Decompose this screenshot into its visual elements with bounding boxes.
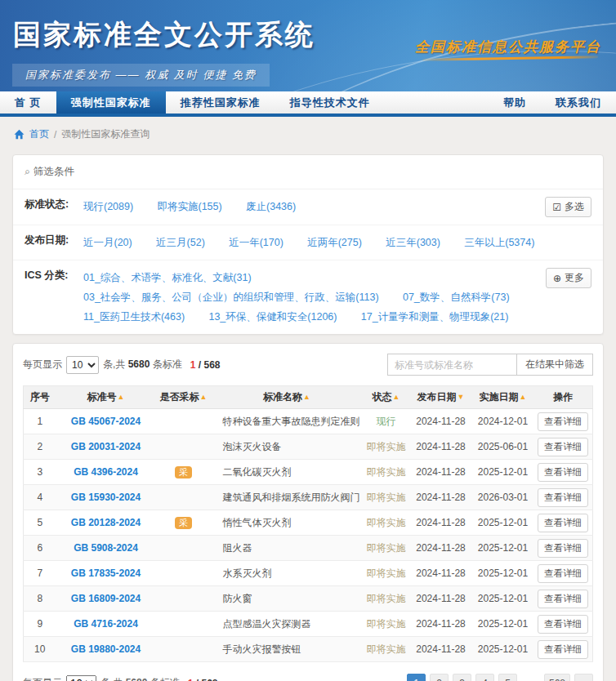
cell-adopted: 采 xyxy=(156,536,212,561)
cell-implement-date: 2025-06-01 xyxy=(472,434,534,460)
table-column-header[interactable]: 标准号▲ xyxy=(56,386,156,409)
page-button[interactable]: 3 xyxy=(453,674,471,681)
cell-status: 即将实施 xyxy=(363,612,410,637)
site-slogan: 国家标准委发布 —— 权威 及时 便捷 免费 xyxy=(12,64,270,87)
per-page-select[interactable]: 10 xyxy=(66,356,99,374)
table-row: 2 GB 20031-2024 采 泡沫灭火设备 即将实施 2024-11-28… xyxy=(24,434,593,460)
standard-code-link[interactable]: GB 4396-2024 xyxy=(74,466,138,478)
status-text: 即将实施 xyxy=(367,593,406,604)
standard-code-link[interactable]: GB 20128-2024 xyxy=(71,517,141,528)
table-column-header[interactable]: 操作 xyxy=(534,386,593,409)
cell-implement-date: 2024-12-01 xyxy=(472,409,534,434)
view-detail-button[interactable]: 查看详细 xyxy=(538,514,588,532)
page-button[interactable]: 5 xyxy=(498,674,517,681)
filter-option-link[interactable]: 即将实施(155) xyxy=(157,197,221,216)
nav-link[interactable]: 帮助 xyxy=(489,91,541,114)
standard-code-link[interactable]: GB 45067-2024 xyxy=(71,416,141,427)
search-input[interactable] xyxy=(387,354,516,376)
filter-option-link[interactable]: 17_计量学和测量、物理现象(21) xyxy=(361,307,509,327)
filter-option-link[interactable]: 01_综合、术语学、标准化、文献(31) xyxy=(83,268,252,287)
page-button[interactable]: 568 xyxy=(544,674,570,681)
page-button[interactable]: 2 xyxy=(430,674,449,681)
filter-option-link[interactable]: 13_环保、保健和安全(1206) xyxy=(208,307,337,327)
filter-panel-title: 筛选条件 xyxy=(33,166,74,177)
view-detail-button[interactable]: 查看详细 xyxy=(538,488,588,507)
standard-code-link[interactable]: GB 16809-2024 xyxy=(71,593,141,604)
view-detail-button[interactable]: 查看详细 xyxy=(538,463,588,482)
cell-standard-code: GB 19880-2024 xyxy=(56,637,156,662)
table-column-header[interactable]: 发布日期▼ xyxy=(410,386,472,409)
filter-option-link[interactable]: 近两年(275) xyxy=(307,233,362,252)
search-in-results-button[interactable]: 在结果中筛选 xyxy=(516,354,593,376)
cell-action: 查看详细 xyxy=(534,485,593,510)
standard-code-link[interactable]: GB 5908-2024 xyxy=(74,542,138,554)
adopted-badge: 采 xyxy=(175,517,192,529)
sort-arrow-icon[interactable]: ▼ xyxy=(458,393,465,401)
sort-arrow-icon[interactable]: ▲ xyxy=(303,393,310,401)
sort-arrow-icon[interactable]: ▲ xyxy=(393,393,400,401)
filter-option-link[interactable]: 近一月(20) xyxy=(83,233,132,252)
standard-code-link[interactable]: GB 20031-2024 xyxy=(71,441,141,452)
standard-code-link[interactable]: GB 19880-2024 xyxy=(71,643,141,655)
status-text: 即将实施 xyxy=(367,492,406,503)
standard-code-link[interactable]: GB 15930-2024 xyxy=(71,492,141,503)
nav-tab[interactable]: 强制性国家标准 xyxy=(56,91,166,114)
cell-implement-date: 2025-12-01 xyxy=(472,460,534,485)
view-detail-button[interactable]: 查看详细 xyxy=(538,412,588,431)
filter-action-button[interactable]: ⊕ 更多 xyxy=(546,268,591,288)
sort-arrow-icon[interactable]: ▲ xyxy=(520,393,527,401)
filter-option-link[interactable]: 近三月(52) xyxy=(156,233,205,252)
table-column-header[interactable]: 实施日期▲ xyxy=(472,386,534,409)
table-column-header[interactable]: 状态▲ xyxy=(363,386,410,409)
filter-option-link[interactable]: 近一年(170) xyxy=(229,233,283,252)
filter-option-link[interactable]: 11_医药卫生技术(463) xyxy=(83,307,185,327)
per-page-label: 每页显示 xyxy=(23,676,62,681)
cell-adopted: 采 xyxy=(156,460,212,485)
page-button[interactable]: 1 xyxy=(407,674,426,681)
filter-option-link[interactable]: 现行(2089) xyxy=(83,197,133,216)
view-detail-button[interactable]: 查看详细 xyxy=(538,615,588,634)
standard-code-link[interactable]: GB 17835-2024 xyxy=(71,568,141,579)
table-row: 8 GB 16809-2024 采 防火窗 即将实施 2024-11-28 20… xyxy=(24,586,593,612)
table-column-header[interactable]: 序号 xyxy=(24,386,56,409)
nav-tab[interactable]: 指导性技术文件 xyxy=(275,91,385,114)
cell-publish-date: 2024-11-28 xyxy=(410,434,472,460)
page-button[interactable]: ... xyxy=(521,674,540,681)
breadcrumb-home-link[interactable]: 首页 xyxy=(29,127,49,141)
cell-status: 即将实施 xyxy=(363,561,410,586)
page-button[interactable]: 4 xyxy=(475,674,494,681)
total-count: 5680 xyxy=(126,677,148,681)
nav-tab[interactable]: 首 页 xyxy=(0,91,56,114)
sort-arrow-icon[interactable]: ▲ xyxy=(200,393,208,401)
table-column-header[interactable]: 是否采标▲ xyxy=(156,386,212,409)
sort-arrow-icon[interactable]: ▲ xyxy=(118,393,125,401)
table-row: 5 GB 20128-2024 采 惰性气体灭火剂 即将实施 2024-11-2… xyxy=(24,510,593,536)
filter-option-link[interactable]: 三年以上(5374) xyxy=(464,233,534,252)
view-detail-button[interactable]: 查看详细 xyxy=(538,640,588,659)
filter-option-link[interactable]: 近三年(303) xyxy=(386,233,440,252)
standard-code-link[interactable]: GB 4716-2024 xyxy=(74,618,138,630)
view-detail-button[interactable]: 查看详细 xyxy=(538,564,588,583)
cell-standard-code: GB 5908-2024 xyxy=(56,536,156,561)
filter-option-link[interactable]: 03_社会学、服务、公司（企业）的组织和管理、行政、运输(113) xyxy=(83,287,379,307)
filter-option-link[interactable]: 07_数学、自然科学(73) xyxy=(403,287,510,307)
nav-link[interactable]: 联系我们 xyxy=(541,91,616,114)
status-text: 即将实施 xyxy=(367,441,406,452)
filter-action-button[interactable]: ☑ 多选 xyxy=(545,197,591,217)
results-search: 在结果中筛选 xyxy=(387,354,593,376)
nav-tab[interactable]: 推荐性国家标准 xyxy=(166,91,275,114)
per-page-select-bottom[interactable]: 10 xyxy=(66,675,96,681)
view-detail-button[interactable]: 查看详细 xyxy=(538,590,588,608)
cell-adopted: 采 xyxy=(156,434,212,460)
cell-implement-date: 2025-12-01 xyxy=(472,586,534,612)
table-column-header[interactable]: 标准名称▲ xyxy=(212,386,363,409)
filter-option-link[interactable]: 废止(3436) xyxy=(246,197,296,216)
view-detail-button[interactable]: 查看详细 xyxy=(538,539,588,558)
view-detail-button[interactable]: 查看详细 xyxy=(538,438,588,456)
filter-label: 发布日期: xyxy=(25,233,83,247)
status-text: 即将实施 xyxy=(367,517,406,528)
cell-standard-name: 水系灭火剂 xyxy=(212,561,363,586)
cell-status: 即将实施 xyxy=(363,536,410,561)
page-indicator: 1 / 568 xyxy=(188,678,218,681)
next-page-button[interactable]: › xyxy=(574,674,593,681)
